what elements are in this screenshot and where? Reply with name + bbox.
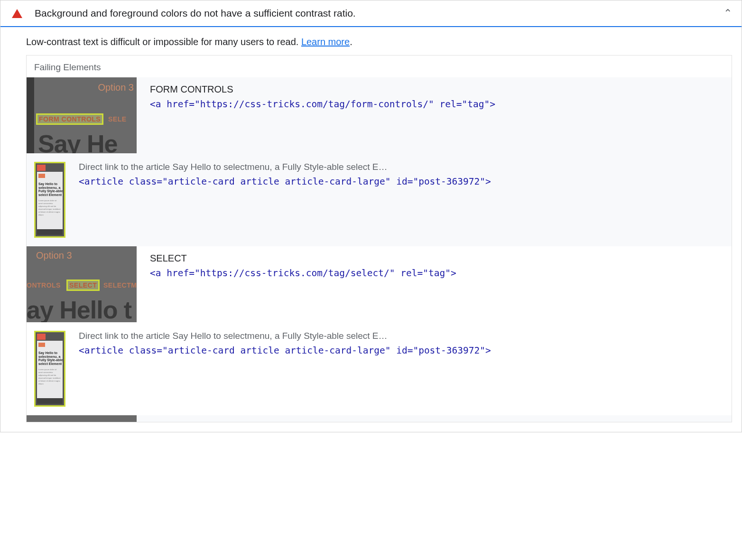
warning-triangle-icon: [12, 9, 22, 18]
element-info: FORM CONTROLS <a href="https://css-trick…: [150, 77, 724, 110]
thumb-text: Say Hello to selectmenu, a Fully Style-a…: [38, 351, 64, 366]
failing-element-row[interactable]: Option 3 ONTROLS SELECT SELECTM ay Hello…: [27, 246, 732, 322]
element-thumbnail: [27, 415, 137, 422]
failing-elements-box: Failing Elements Option 3 FORM CONTROLS …: [26, 55, 732, 422]
thumb-text: SELECTM: [103, 281, 137, 289]
element-label: SELECT: [150, 253, 724, 264]
element-thumbnail-small: Say Hello to selectmenu, a Fully Style-a…: [34, 162, 65, 238]
element-info: Direct link to the article Say Hello to …: [79, 162, 724, 187]
failing-element-group-partial: [27, 415, 732, 422]
element-thumbnail: Option 3 FORM CONTROLS SELE Say He: [27, 77, 137, 153]
failing-elements-header: Failing Elements: [27, 56, 732, 77]
thumb-highlight: FORM CONTROLS: [36, 113, 103, 125]
failing-element-row[interactable]: Option 3 FORM CONTROLS SELE Say He FORM …: [27, 77, 732, 153]
element-label: FORM CONTROLS: [150, 84, 724, 95]
thumb-highlight: SELECT: [66, 280, 100, 291]
element-thumbnail-small: Say Hello to selectmenu, a Fully Style-a…: [34, 331, 65, 407]
period: .: [350, 37, 352, 47]
chevron-up-icon: ⌃: [723, 7, 732, 19]
failing-element-group: Option 3 FORM CONTROLS SELE Say He FORM …: [27, 77, 732, 246]
element-snippet[interactable]: <article class="article-card article art…: [79, 176, 724, 187]
audit-description: Low-contrast text is difficult or imposs…: [0, 27, 742, 55]
element-thumbnail: Option 3 ONTROLS SELECT SELECTM ay Hello…: [27, 246, 137, 322]
thumb-text: Say Hello to selectmenu, a Fully Style-a…: [38, 182, 64, 197]
thumb-text: ONTROLS: [27, 281, 61, 289]
thumb-text: Option 3: [36, 250, 72, 261]
element-info: SELECT <a href="https://css-tricks.com/t…: [150, 246, 724, 279]
failing-element-group: Option 3 ONTROLS SELECT SELECTM ay Hello…: [27, 246, 732, 415]
element-description: Direct link to the article Say Hello to …: [79, 331, 724, 341]
failing-element-subrow[interactable]: Say Hello to selectmenu, a Fully Style-a…: [27, 153, 732, 238]
thumb-text: Option 3: [98, 82, 134, 93]
failing-element-subrow[interactable]: Say Hello to selectmenu, a Fully Style-a…: [27, 322, 732, 407]
element-snippet[interactable]: <a href="https://css-tricks.com/tag/sele…: [150, 268, 724, 279]
audit-description-text: Low-contrast text is difficult or imposs…: [26, 37, 301, 47]
thumb-text: ay Hello t: [27, 296, 131, 322]
element-info: Direct link to the article Say Hello to …: [79, 331, 724, 356]
audit-title: Background and foreground colors do not …: [35, 8, 723, 19]
audit-header[interactable]: Background and foreground colors do not …: [0, 0, 742, 27]
element-snippet[interactable]: <a href="https://css-tricks.com/tag/form…: [150, 99, 724, 110]
learn-more-link[interactable]: Learn more: [301, 37, 350, 47]
audit-panel: Background and foreground colors do not …: [0, 0, 742, 432]
element-snippet[interactable]: <article class="article-card article art…: [79, 345, 724, 356]
thumb-text: SELE: [108, 115, 127, 123]
element-description: Direct link to the article Say Hello to …: [79, 162, 724, 172]
thumb-text: Say He: [38, 130, 117, 153]
